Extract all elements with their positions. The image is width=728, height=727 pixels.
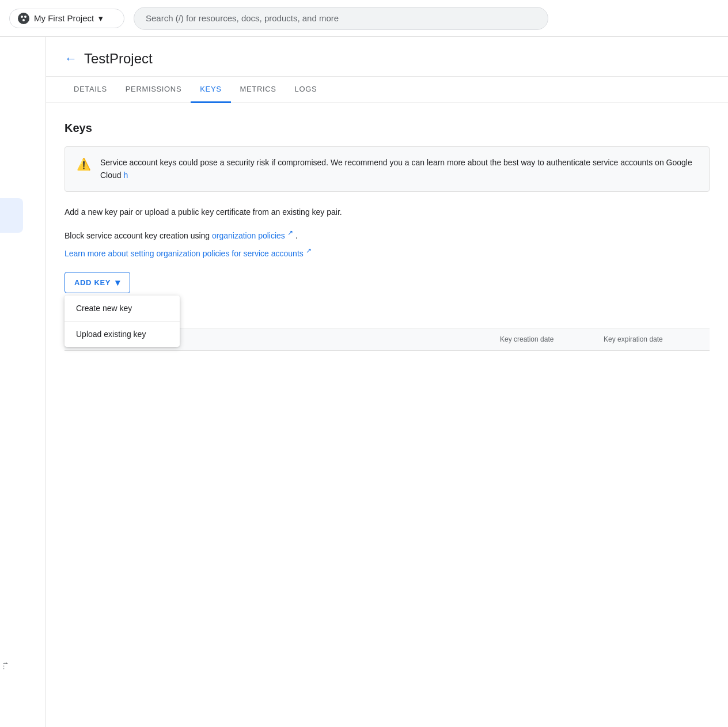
description-text: Add a new key pair or upload a public ke… bbox=[65, 206, 710, 218]
add-key-chevron-icon: ▾ bbox=[115, 277, 120, 288]
organization-policies-link[interactable]: organization policies ↗ bbox=[212, 231, 295, 240]
tab-keys[interactable]: KEYS bbox=[191, 77, 230, 103]
learn-more-external-icon: ↗ bbox=[306, 247, 312, 255]
back-button[interactable]: ← bbox=[65, 51, 77, 66]
add-key-label: ADD KEY bbox=[74, 278, 111, 287]
svg-point-0 bbox=[21, 16, 23, 18]
project-selector[interactable]: My First Project ▾ bbox=[9, 9, 124, 28]
column-key-id: Key ID bbox=[134, 335, 491, 343]
search-placeholder: Search (/) for resources, docs, products… bbox=[146, 13, 339, 23]
sidebar-active-item bbox=[0, 198, 23, 233]
section-title: Keys bbox=[65, 122, 710, 135]
warning-link[interactable]: h bbox=[123, 171, 128, 180]
add-key-dropdown: Create new key Upload existing key bbox=[65, 296, 180, 347]
project-icon bbox=[18, 13, 29, 24]
svg-point-1 bbox=[24, 16, 26, 18]
page-title: TestProject bbox=[84, 51, 153, 67]
column-creation-date: Key creation date bbox=[491, 335, 594, 343]
column-expiration-date: Key expiration date bbox=[594, 335, 710, 343]
page-header: ← TestProject bbox=[46, 37, 728, 77]
create-new-key-item[interactable]: Create new key bbox=[65, 296, 180, 321]
warning-icon: ⚠️ bbox=[77, 157, 91, 171]
tab-details[interactable]: DETAILS bbox=[65, 77, 116, 103]
add-key-wrapper: ADD KEY ▾ Create new key Upload existing… bbox=[65, 272, 130, 293]
svg-point-2 bbox=[22, 19, 25, 21]
project-name: My First Project bbox=[34, 13, 94, 23]
warning-text: Service account keys could pose a securi… bbox=[100, 156, 697, 182]
warning-box: ⚠️ Service account keys could pose a sec… bbox=[65, 146, 710, 192]
upload-existing-key-item[interactable]: Upload existing key bbox=[65, 321, 180, 347]
sidebar-label: t... bbox=[2, 662, 9, 669]
search-bar[interactable]: Search (/) for resources, docs, products… bbox=[134, 7, 548, 30]
learn-more-link[interactable]: Learn more about setting organization po… bbox=[65, 249, 312, 258]
tab-metrics[interactable]: METRICS bbox=[231, 77, 286, 103]
tab-logs[interactable]: LOGS bbox=[286, 77, 327, 103]
sidebar: t... bbox=[0, 37, 46, 727]
external-link-icon: ↗ bbox=[287, 229, 293, 237]
add-key-button[interactable]: ADD KEY ▾ bbox=[65, 272, 130, 293]
tabs-container: DETAILS PERMISSIONS KEYS METRICS LOGS bbox=[46, 77, 728, 103]
policy-line: Block service account key creation using… bbox=[65, 228, 710, 242]
project-dropdown-chevron: ▾ bbox=[98, 13, 103, 24]
main-content: ← TestProject DETAILS PERMISSIONS KEYS M… bbox=[46, 37, 728, 727]
content-area: Keys ⚠️ Service account keys could pose … bbox=[46, 103, 728, 369]
main-layout: t... ← TestProject DETAILS PERMISSIONS K… bbox=[0, 37, 728, 727]
back-arrow-icon: ← bbox=[65, 51, 77, 66]
tab-permissions[interactable]: PERMISSIONS bbox=[116, 77, 191, 103]
top-nav: My First Project ▾ Search (/) for resour… bbox=[0, 0, 728, 37]
